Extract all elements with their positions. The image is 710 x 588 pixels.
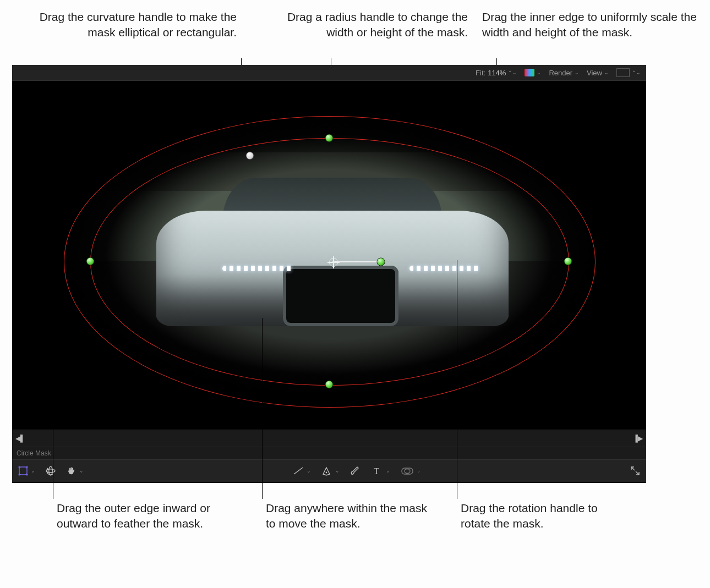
bottom-toolbar: ⌄ ⌄ ⌄ ⌄ bbox=[12, 459, 646, 482]
color-channel-menu[interactable]: ⌄ bbox=[525, 69, 541, 76]
render-menu[interactable]: Render ⌄ bbox=[549, 69, 579, 77]
viewer-canvas[interactable] bbox=[24, 95, 634, 414]
view-menu[interactable]: View ⌄ bbox=[587, 69, 609, 77]
top-toolbar: Fit: 114% ⌃⌄ ⌄ Render ⌄ View ⌄ ⌃⌄ bbox=[12, 65, 646, 81]
playhead-in-icon: ◀▌ bbox=[15, 435, 25, 442]
svg-point-9 bbox=[326, 472, 327, 474]
text-tool[interactable]: T ⌄ bbox=[372, 465, 390, 476]
view-label: View bbox=[587, 69, 602, 77]
rotation-handle[interactable] bbox=[378, 259, 385, 266]
hand-tool[interactable]: ⌄ bbox=[66, 465, 84, 476]
svg-line-8 bbox=[294, 468, 303, 474]
leader-outer-edge bbox=[53, 271, 53, 499]
fullscreen-tool[interactable] bbox=[630, 465, 641, 476]
chevron-down-icon: ⌄ bbox=[31, 468, 35, 474]
chevron-down-icon: ⌄ bbox=[537, 70, 541, 75]
status-line: Circle Mask bbox=[12, 447, 646, 459]
callout-curvature: Drag the curvature handle to make the ma… bbox=[33, 9, 237, 41]
monitor-icon bbox=[616, 68, 630, 77]
render-label: Render bbox=[549, 69, 572, 77]
radius-handle-top[interactable] bbox=[326, 135, 333, 142]
svg-rect-0 bbox=[19, 467, 27, 475]
callout-move: Drag anywhere within the mask to move th… bbox=[266, 501, 431, 532]
app-window: Fit: 114% ⌃⌄ ⌄ Render ⌄ View ⌄ ⌃⌄ bbox=[12, 65, 646, 483]
updown-icon: ⌃⌄ bbox=[632, 70, 641, 75]
svg-point-7 bbox=[45, 465, 56, 476]
updown-icon: ⌃⌄ bbox=[508, 70, 517, 75]
pen-tool[interactable]: ⌄ bbox=[321, 465, 340, 476]
radius-handle-bottom[interactable] bbox=[326, 381, 333, 388]
rgb-swatch-icon bbox=[525, 69, 534, 76]
chevron-down-icon: ⌄ bbox=[335, 468, 340, 474]
svg-text:T: T bbox=[374, 466, 379, 476]
svg-point-4 bbox=[26, 474, 28, 475]
svg-point-1 bbox=[18, 466, 20, 468]
callout-inner-edge: Drag the inner edge to uniformly scale t… bbox=[482, 9, 702, 41]
curvature-handle[interactable] bbox=[247, 152, 254, 160]
mask-shape-preset-tool[interactable]: ⌄ bbox=[400, 465, 421, 476]
svg-point-12 bbox=[405, 469, 410, 474]
line-tool[interactable]: ⌄ bbox=[292, 465, 311, 476]
3d-transform-tool[interactable] bbox=[45, 465, 56, 476]
chevron-down-icon: ⌄ bbox=[386, 468, 390, 474]
svg-point-6 bbox=[49, 466, 52, 475]
mask-center-handle[interactable] bbox=[329, 258, 338, 267]
leader-move bbox=[262, 318, 263, 499]
chevron-down-icon: ⌄ bbox=[79, 468, 84, 474]
chevron-down-icon: ⌄ bbox=[417, 468, 421, 474]
svg-point-5 bbox=[46, 469, 55, 472]
leader-rotation bbox=[457, 260, 457, 499]
radius-handle-left[interactable] bbox=[87, 258, 94, 265]
canvas-area bbox=[12, 81, 646, 430]
mask-overlay bbox=[24, 95, 634, 414]
chevron-down-icon: ⌄ bbox=[575, 70, 579, 75]
callout-outer-edge: Drag the outer edge inward or outward to… bbox=[57, 501, 227, 532]
fit-label: Fit: bbox=[476, 69, 485, 77]
radius-handle-right[interactable] bbox=[565, 258, 572, 265]
svg-point-2 bbox=[26, 466, 28, 468]
callout-rotation: Drag the rotation handle to rotate the m… bbox=[461, 501, 626, 532]
fit-zoom-control[interactable]: Fit: 114% ⌃⌄ bbox=[476, 69, 517, 77]
timeline-scrubber[interactable]: ◀▌ ▐▶ bbox=[12, 430, 646, 447]
shape-mask-tool[interactable]: ⌄ bbox=[18, 465, 35, 476]
brush-tool[interactable] bbox=[349, 465, 362, 476]
active-object-label: Circle Mask bbox=[17, 449, 51, 457]
svg-point-3 bbox=[18, 474, 20, 475]
chevron-down-icon: ⌄ bbox=[307, 468, 311, 474]
callout-radius: Drag a radius handle to change the width… bbox=[264, 9, 468, 41]
playhead-out-icon: ▐▶ bbox=[633, 435, 643, 442]
chevron-down-icon: ⌄ bbox=[604, 70, 609, 75]
rotation-arm[interactable] bbox=[332, 261, 381, 262]
monitor-output-control[interactable]: ⌃⌄ bbox=[616, 68, 641, 77]
fit-value: 114% bbox=[488, 69, 506, 77]
